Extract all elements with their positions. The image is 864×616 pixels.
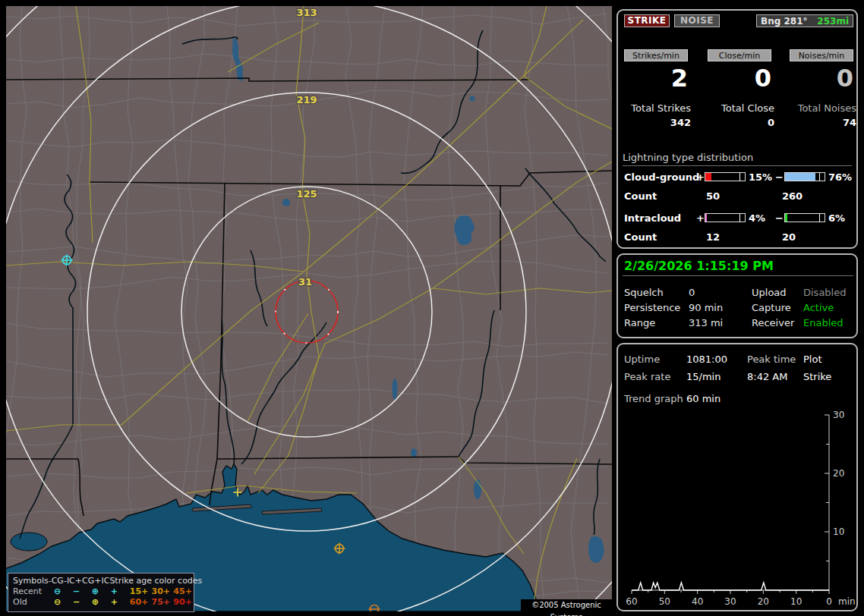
receiver-status: Enabled — [803, 317, 844, 328]
age-60: 60+ — [128, 597, 150, 608]
ic-negative-pct: 6% — [828, 212, 845, 224]
persistence-value: 90 min — [689, 302, 723, 313]
legend-header-row: Symbols -CG -IC +CG +IC Strike age color… — [13, 576, 194, 586]
svg-text:0: 0 — [826, 596, 832, 607]
distribution-title: Lightning type distribution — [623, 152, 852, 166]
lake-pontchartrain — [11, 533, 47, 551]
range-label: Range — [624, 317, 655, 328]
map-legend: Symbols -CG -IC +CG +IC Strike age color… — [8, 573, 194, 612]
bearing-value: Bng 281° — [761, 16, 808, 27]
ic-positive-pct: 4% — [749, 212, 765, 224]
cg-negative-count: 260 — [782, 190, 803, 202]
minus-icon: − — [67, 597, 86, 608]
ic-negative-count: 20 — [782, 231, 796, 243]
bearing-display: Bng 281° 253mi — [756, 14, 853, 27]
cg-positive-count: 50 — [706, 190, 720, 202]
ring-label-219: 219 — [296, 94, 317, 105]
receiver-label: Receiver — [752, 317, 794, 328]
squelch-label: Squelch — [624, 287, 664, 298]
total-close-label: Total Close — [708, 102, 774, 114]
capture-status: Active — [803, 302, 834, 313]
capture-label: Capture — [752, 302, 791, 313]
age-30: 30+ — [150, 586, 172, 597]
upload-label: Upload — [752, 287, 787, 298]
legend-recent-label: Recent — [13, 586, 48, 597]
cg-positive-bar — [705, 172, 746, 181]
close-per-min-value: 0 — [708, 64, 771, 93]
noises-per-min-badge: Noises/min — [790, 49, 853, 61]
noises-per-min-value: 0 — [790, 64, 853, 93]
ring-label-125: 125 — [296, 188, 317, 200]
cg-negative-bar — [784, 172, 825, 181]
age-75: 75+ — [150, 597, 172, 608]
circle-minus-icon: ⊖ — [48, 586, 67, 597]
ring-label-313: 313 — [296, 7, 317, 18]
close-per-min-badge: Close/min — [708, 49, 771, 61]
trend-graph: 1020300102030405060min — [618, 344, 856, 610]
total-strikes-label: Total Strikes — [624, 102, 691, 114]
copyright-notice: ©2005 Astrogenic Systems — [521, 599, 612, 611]
total-noises-label: Total Noises — [790, 102, 856, 114]
cloud-ground-label: Cloud-ground — [624, 171, 699, 183]
stormvue-window: { "toolbar": { "strike": "STRIKE", "nois… — [0, 0, 864, 616]
ic-positive-bar — [705, 213, 746, 222]
lightning-map[interactable]: 313 219 125 31 Symbols -CG -IC +CG +IC S… — [6, 6, 612, 611]
noise-toggle-button[interactable]: NOISE — [674, 14, 720, 27]
legend-old-row: Old ⊖ − ⊕ + 60+ 75+ 90+ — [13, 597, 194, 608]
cg-negative-pct: 76% — [828, 171, 852, 183]
plus-sign: + — [696, 171, 705, 183]
ring-label-31: 31 — [298, 276, 312, 288]
ic-positive-count: 12 — [706, 231, 720, 243]
ic-count-label: Count — [624, 231, 657, 243]
total-close-value: 0 — [708, 117, 774, 128]
range-value: 313 mi — [689, 317, 723, 328]
circle-plus-icon: ⊕ — [86, 586, 105, 597]
counters-panel: STRIKE NOISE Bng 281° 253mi Strikes/min … — [616, 9, 858, 249]
plus-icon: + — [105, 597, 124, 608]
cg-count-label: Count — [624, 190, 657, 202]
distance-value: 253mi — [817, 16, 849, 27]
legend-old-label: Old — [13, 597, 48, 608]
svg-text:10: 10 — [790, 596, 802, 607]
legend-col-pos-ic: +IC — [94, 576, 109, 586]
age-15: 15+ — [128, 586, 150, 597]
circle-minus-icon: ⊖ — [48, 597, 67, 608]
strikes-per-min-badge: Strikes/min — [624, 49, 688, 61]
svg-text:20: 20 — [758, 596, 769, 607]
age-45: 45+ — [172, 586, 194, 597]
minus-icon: − — [67, 586, 86, 597]
legend-age-header: Strike age color codes — [109, 576, 202, 586]
intracloud-label: Intracloud — [624, 212, 681, 224]
strikes-per-min-value: 2 — [624, 64, 688, 93]
total-noises-value: 74 — [790, 117, 856, 128]
svg-text:10: 10 — [833, 526, 844, 537]
legend-recent-row: Recent ⊖ − ⊕ + 15+ 30+ 45+ — [13, 586, 194, 597]
persistence-label: Persistence — [624, 302, 680, 313]
age-90: 90+ — [172, 597, 194, 608]
upload-status: Disabled — [803, 287, 846, 298]
svg-text:20: 20 — [833, 468, 844, 479]
svg-text:30: 30 — [833, 410, 844, 420]
svg-text:60: 60 — [626, 596, 637, 607]
svg-text:min: min — [838, 596, 856, 607]
ic-negative-bar — [784, 213, 825, 222]
legend-col-neg-cg: -CG — [49, 576, 64, 586]
datetime-display: 2/26/2026 1:15:19 PM — [624, 259, 774, 273]
squelch-value: 0 — [689, 287, 695, 298]
plus-icon: + — [105, 586, 124, 597]
cg-positive-pct: 15% — [749, 171, 772, 183]
svg-text:40: 40 — [692, 596, 703, 607]
minus-sign: − — [775, 171, 784, 183]
circle-plus-icon: ⊕ — [86, 597, 105, 608]
svg-text:50: 50 — [659, 596, 670, 607]
strike-toggle-button[interactable]: STRIKE — [624, 14, 670, 27]
legend-col-neg-ic: -IC — [64, 576, 75, 586]
legend-col-pos-cg: +CG — [75, 576, 94, 586]
session-panel: Uptime 1081:00 Peak time Plot Peak rate … — [616, 343, 858, 611]
minus-sign: − — [775, 212, 784, 224]
total-strikes-value: 342 — [624, 117, 691, 128]
svg-text:30: 30 — [724, 596, 736, 607]
legend-symbols-header: Symbols — [13, 576, 49, 586]
status-panel: 2/26/2026 1:15:19 PM Squelch 0 Upload Di… — [616, 253, 858, 338]
map-canvas[interactable]: 313 219 125 31 — [6, 6, 612, 611]
